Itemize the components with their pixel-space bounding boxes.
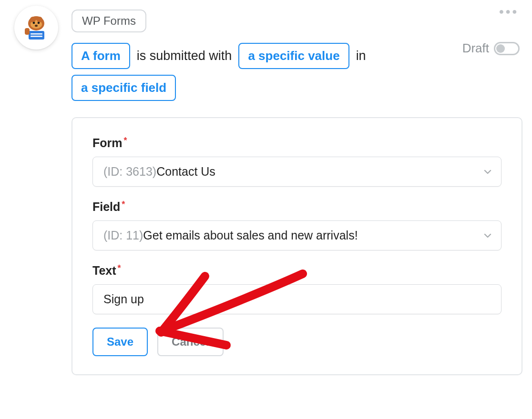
integration-pill[interactable]: WP Forms [72, 10, 146, 32]
form-token[interactable]: A form [72, 43, 130, 69]
svg-point-6 [35, 25, 38, 27]
field-label: Field* [92, 200, 123, 214]
svg-point-4 [33, 22, 35, 24]
sentence-text-1: is submitted with [137, 49, 232, 63]
wpforms-logo-icon [22, 14, 50, 41]
text-label: Text* [92, 264, 120, 278]
required-asterisk-icon: * [122, 200, 125, 209]
form-label: Form* [92, 136, 126, 150]
field-select[interactable]: (ID: 11) Get emails about sales and new … [92, 220, 501, 250]
integration-avatar [14, 6, 58, 50]
chevron-down-icon [483, 167, 492, 177]
field-id-prefix: (ID: 11) [103, 229, 143, 242]
required-asterisk-icon: * [124, 136, 127, 145]
required-asterisk-icon: * [118, 263, 121, 273]
chevron-down-icon [483, 231, 492, 240]
draft-label: Draft [462, 41, 489, 56]
field-select-value: Get emails about sales and new arrivals! [143, 229, 358, 242]
value-token[interactable]: a specific value [238, 43, 349, 69]
integration-pill-label: WP Forms [82, 14, 136, 28]
text-input[interactable] [92, 284, 501, 314]
cancel-button[interactable]: Cancel [157, 328, 224, 356]
svg-rect-7 [29, 31, 44, 40]
sentence-text-2: in [356, 49, 366, 63]
svg-point-2 [30, 17, 36, 22]
form-select[interactable]: (ID: 3613) Contact Us [92, 157, 501, 187]
toggle-knob-icon [496, 44, 505, 53]
form-select-value: Contact Us [156, 165, 215, 179]
svg-rect-10 [25, 28, 30, 35]
svg-point-5 [38, 22, 40, 24]
draft-toggle[interactable] [494, 42, 520, 55]
config-panel: Form* (ID: 3613) Contact Us Field* (ID: … [72, 117, 522, 375]
trigger-sentence: A form is submitted with a specific valu… [72, 43, 405, 101]
svg-rect-8 [31, 33, 42, 35]
form-id-prefix: (ID: 3613) [103, 165, 156, 179]
svg-rect-9 [31, 36, 42, 37]
svg-point-3 [37, 17, 42, 22]
more-options-icon[interactable]: ●●● [499, 7, 519, 17]
field-token[interactable]: a specific field [72, 75, 176, 101]
save-button[interactable]: Save [92, 328, 148, 356]
